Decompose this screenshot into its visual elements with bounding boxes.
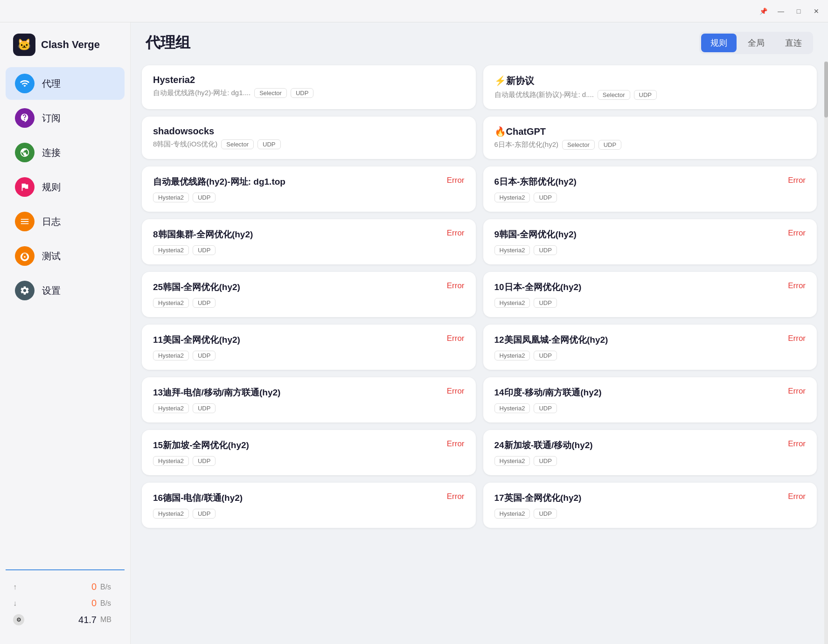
content-area: 代理组 规则 全局 直连 Hysteria2 自动最优线路(hy2)-网址: d… — [131, 22, 828, 644]
sidebar-item-test[interactable]: 测试 — [6, 240, 125, 272]
node-badge-h2-n10: Hysteria2 — [494, 403, 530, 413]
content-header: 代理组 规则 全局 直连 — [131, 22, 828, 62]
sidebar: 🐱 Clash Verge 代理 订阅 — [0, 22, 131, 644]
node-badge-h2-n2: Hysteria2 — [494, 193, 530, 202]
node-badges-n5: Hysteria2 UDP — [153, 298, 465, 308]
node-header-n12: 24新加坡-联通/移动(hy2) Error — [494, 439, 806, 451]
proxy-node-n3[interactable]: 8韩国集群-全网优化(hy2) Error Hysteria2 UDP — [142, 219, 476, 264]
scrollbar-thumb[interactable] — [824, 62, 828, 118]
proxy-node-n2[interactable]: 6日本-东部优化(hy2) Error Hysteria2 UDP — [483, 166, 817, 212]
node-badge-h2-n9: Hysteria2 — [153, 403, 189, 413]
node-error-n4: Error — [788, 229, 806, 238]
badge-selector-h2: Selector — [254, 88, 287, 98]
proxy-group-chatgpt[interactable]: 🔥ChatGPT 6日本-东部优化(hy2) Selector UDP — [483, 117, 817, 159]
sidebar-item-settings[interactable]: 设置 — [6, 274, 125, 307]
memory-unit: MB — [100, 616, 117, 624]
node-error-n9: Error — [447, 387, 465, 396]
tab-direct[interactable]: 直连 — [776, 34, 811, 52]
upload-value: 0 — [21, 582, 97, 592]
node-header-n4: 9韩国-全网优化(hy2) Error — [494, 229, 806, 241]
sidebar-footer: ↑ 0 B/s ↓ 0 B/s ⚙ 41.7 MB — [6, 569, 125, 637]
sidebar-label-test: 测试 — [42, 250, 61, 263]
pin-button[interactable]: 📌 — [759, 7, 767, 15]
badge-selector-cg: Selector — [562, 140, 595, 150]
node-badge-h2-n14: Hysteria2 — [494, 509, 530, 519]
proxy-group-shadowsocks[interactable]: shadowsocks 8韩国-专线(iOS优化) Selector UDP — [142, 117, 476, 159]
group-name-chatgpt: 🔥ChatGPT — [494, 126, 806, 137]
maximize-button[interactable]: □ — [794, 7, 803, 15]
proxy-icon — [15, 74, 35, 93]
node-header-n1: 自动最优线路(hy2)-网址: dg1.top Error — [153, 176, 465, 188]
node-badges-n3: Hysteria2 UDP — [153, 245, 465, 255]
node-error-n6: Error — [788, 281, 806, 291]
proxy-node-n8[interactable]: 12美国凤凰城-全网优化(hy2) Error Hysteria2 UDP — [483, 325, 817, 370]
node-badge-udp-n7: UDP — [193, 351, 216, 360]
sidebar-label-subscription: 订阅 — [42, 112, 61, 125]
node-badge-udp-n8: UDP — [534, 351, 557, 360]
proxy-content[interactable]: Hysteria2 自动最优线路(hy2)-网址: dg1.... Select… — [131, 62, 828, 539]
node-badge-h2-n13: Hysteria2 — [153, 509, 189, 519]
node-badges-n9: Hysteria2 UDP — [153, 403, 465, 413]
node-header-n9: 13迪拜-电信/移动/南方联通(hy2) Error — [153, 387, 465, 399]
proxy-node-n12[interactable]: 24新加坡-联通/移动(hy2) Error Hysteria2 UDP — [483, 430, 817, 475]
node-badges-n14: Hysteria2 UDP — [494, 509, 806, 519]
node-error-n5: Error — [447, 281, 465, 291]
group-name-new-protocol: ⚡新协议 — [494, 75, 806, 87]
node-name-n4: 9韩国-全网优化(hy2) — [494, 229, 788, 241]
download-value: 0 — [21, 598, 97, 609]
node-error-n10: Error — [788, 387, 806, 396]
proxy-node-n1[interactable]: 自动最优线路(hy2)-网址: dg1.top Error Hysteria2 … — [142, 166, 476, 212]
minimize-button[interactable]: — — [777, 7, 785, 15]
proxy-node-n13[interactable]: 16德国-电信/联通(hy2) Error Hysteria2 UDP — [142, 483, 476, 528]
node-badge-udp-n6: UDP — [534, 298, 557, 308]
node-name-n14: 17英国-全网优化(hy2) — [494, 492, 788, 504]
node-header-n11: 15新加坡-全网优化(hy2) Error — [153, 439, 465, 451]
proxy-node-n6[interactable]: 10日本-全网优化(hy2) Error Hysteria2 UDP — [483, 272, 817, 317]
node-badges-n10: Hysteria2 UDP — [494, 403, 806, 413]
node-name-n2: 6日本-东部优化(hy2) — [494, 176, 788, 188]
sidebar-item-rules[interactable]: 规则 — [6, 171, 125, 203]
nav-items: 代理 订阅 连接 — [6, 67, 125, 569]
badge-selector-ss: Selector — [221, 139, 254, 149]
upload-unit: B/s — [100, 583, 117, 591]
node-badges-n6: Hysteria2 UDP — [494, 298, 806, 308]
connections-icon — [15, 143, 35, 162]
sidebar-item-subscription[interactable]: 订阅 — [6, 102, 125, 134]
badge-selector-np: Selector — [598, 90, 630, 100]
titlebar: 📌 — □ ✕ — [0, 0, 828, 22]
proxy-node-n11[interactable]: 15新加坡-全网优化(hy2) Error Hysteria2 UDP — [142, 430, 476, 475]
footer-stats: ↑ 0 B/s ↓ 0 B/s ⚙ 41.7 MB — [9, 576, 121, 631]
node-badge-h2-n11: Hysteria2 — [153, 456, 189, 466]
node-name-n11: 15新加坡-全网优化(hy2) — [153, 439, 447, 451]
test-icon — [15, 246, 35, 266]
node-badges-n4: Hysteria2 UDP — [494, 245, 806, 255]
header-tabs: 规则 全局 直连 — [699, 32, 813, 54]
upload-stat: ↑ 0 B/s — [9, 580, 121, 594]
sidebar-label-settings: 设置 — [42, 284, 61, 297]
node-name-n13: 16德国-电信/联通(hy2) — [153, 492, 447, 504]
proxy-group-hysteria2[interactable]: Hysteria2 自动最优线路(hy2)-网址: dg1.... Select… — [142, 65, 476, 109]
node-name-n7: 11美国-全网优化(hy2) — [153, 334, 447, 346]
sidebar-item-proxy[interactable]: 代理 — [6, 67, 125, 100]
scrollbar-track[interactable] — [824, 62, 828, 644]
tab-global[interactable]: 全局 — [738, 34, 774, 52]
tab-rules[interactable]: 规则 — [701, 34, 737, 52]
proxy-node-n14[interactable]: 17英国-全网优化(hy2) Error Hysteria2 UDP — [483, 483, 817, 528]
download-arrow-icon: ↓ — [13, 599, 17, 608]
close-button[interactable]: ✕ — [812, 7, 821, 15]
proxy-node-n7[interactable]: 11美国-全网优化(hy2) Error Hysteria2 UDP — [142, 325, 476, 370]
proxy-node-n4[interactable]: 9韩国-全网优化(hy2) Error Hysteria2 UDP — [483, 219, 817, 264]
group-subtitle-new-protocol: 自动最优线路(新协议)-网址: d.... — [494, 90, 594, 99]
node-error-n2: Error — [788, 176, 806, 185]
badge-udp-ss: UDP — [257, 139, 280, 149]
sidebar-label-connections: 连接 — [42, 146, 61, 159]
node-name-n10: 14印度-移动/南方联通(hy2) — [494, 387, 788, 399]
sidebar-item-logs[interactable]: 日志 — [6, 205, 125, 238]
node-badge-h2-n4: Hysteria2 — [494, 245, 530, 255]
proxy-node-n5[interactable]: 25韩国-全网优化(hy2) Error Hysteria2 UDP — [142, 272, 476, 317]
proxy-group-new-protocol[interactable]: ⚡新协议 自动最优线路(新协议)-网址: d.... Selector UDP — [483, 65, 817, 109]
sidebar-item-connections[interactable]: 连接 — [6, 136, 125, 169]
proxy-node-n9[interactable]: 13迪拜-电信/移动/南方联通(hy2) Error Hysteria2 UDP — [142, 377, 476, 422]
app-title: Clash Verge — [41, 39, 100, 51]
proxy-node-n10[interactable]: 14印度-移动/南方联通(hy2) Error Hysteria2 UDP — [483, 377, 817, 422]
